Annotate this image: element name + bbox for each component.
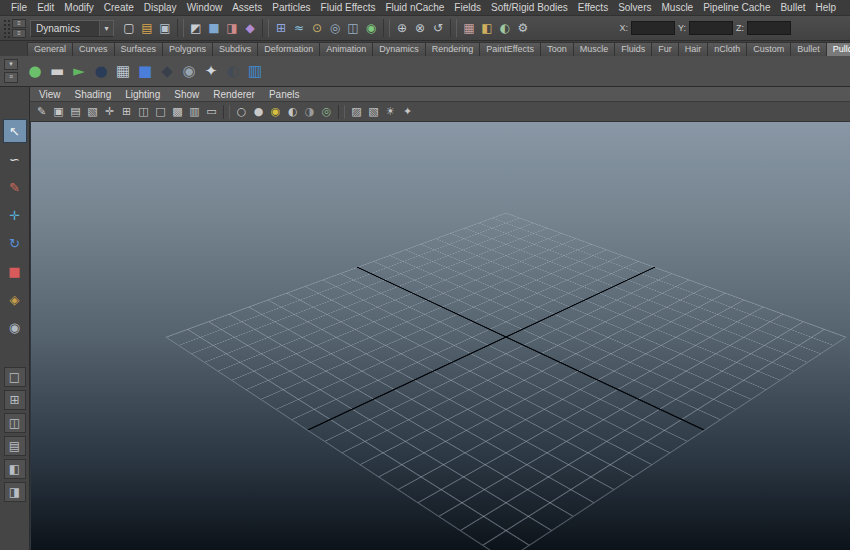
output-connections-icon[interactable]: ⊗ (411, 19, 429, 37)
panel-menu-item-panels[interactable]: Panels (262, 89, 307, 100)
shelf-tab-painteffects[interactable]: PaintEffects (479, 42, 541, 56)
viewport-canvas[interactable] (30, 122, 850, 550)
menu-item-file[interactable]: File (6, 2, 32, 13)
pdi-fracture-icon[interactable]: ◆ (156, 59, 178, 83)
isolate-select-icon[interactable]: ▨ (348, 104, 365, 120)
bookmark-icon[interactable]: ▤ (67, 104, 84, 120)
panel-menu-item-view[interactable]: View (32, 89, 68, 100)
pdi-play-icon[interactable]: ► (68, 59, 90, 83)
z-coordinate-input[interactable] (747, 21, 791, 35)
save-scene-icon[interactable]: ▣ (156, 19, 174, 37)
x-coordinate-input[interactable] (631, 21, 675, 35)
smooth-shade-icon[interactable]: ● (250, 104, 267, 120)
resolution-gate-icon[interactable]: □ (152, 104, 169, 120)
shelf-tab-muscle[interactable]: Muscle (573, 42, 616, 56)
shelf-tab-bullet[interactable]: Bullet (790, 42, 827, 56)
shelf-menu-button[interactable]: ≡ (4, 72, 18, 83)
snap-view-plane-icon[interactable]: ◫ (344, 19, 362, 37)
menu-set-dropdown[interactable]: Dynamics ▾ (30, 20, 114, 37)
film-gate-icon[interactable]: ◫ (135, 104, 152, 120)
use-all-lights-icon[interactable]: ◐ (284, 104, 301, 120)
menu-item-pipeline-cache[interactable]: Pipeline Cache (698, 2, 775, 13)
menu-item-muscle[interactable]: Muscle (657, 2, 699, 13)
shelf-tab-fur[interactable]: Fur (651, 42, 679, 56)
menu-item-modify[interactable]: Modify (59, 2, 98, 13)
shelf-tab-rendering[interactable]: Rendering (425, 42, 481, 56)
open-scene-icon[interactable]: ▤ (138, 19, 156, 37)
screen-space-ao-icon[interactable]: ◎ (318, 104, 335, 120)
menu-item-assets[interactable]: Assets (227, 2, 267, 13)
grease-pencil-icon[interactable]: ✎ (33, 104, 50, 120)
shelf-tab-deformation[interactable]: Deformation (257, 42, 320, 56)
layout-four-pane-button[interactable]: ⊞ (4, 390, 26, 410)
lasso-select-tool[interactable]: ∽ (3, 147, 27, 171)
safe-action-icon[interactable]: ▥ (186, 104, 203, 120)
menu-item-display[interactable]: Display (139, 2, 182, 13)
menu-item-bullet[interactable]: Bullet (775, 2, 810, 13)
snap-curve-icon[interactable]: ≈ (290, 19, 308, 37)
shelf-tab-subdivs[interactable]: Subdivs (212, 42, 258, 56)
textured-mode-icon[interactable]: ◉ (267, 104, 284, 120)
menu-item-window[interactable]: Window (182, 2, 228, 13)
construction-history-icon[interactable]: ↺ (429, 19, 447, 37)
ui-toggle-top-button[interactable]: ≡ (12, 19, 26, 28)
shelf-tab-surfaces[interactable]: Surfaces (114, 42, 164, 56)
pdi-roller-icon[interactable]: ▬ (46, 59, 68, 83)
panel-menu-item-shading[interactable]: Shading (68, 89, 119, 100)
menu-item-solvers[interactable]: Solvers (613, 2, 656, 13)
render-settings-icon[interactable]: ⚙ (514, 19, 532, 37)
shelf-tab-animation[interactable]: Animation (319, 42, 373, 56)
render-current-frame-icon[interactable]: ◧ (478, 19, 496, 37)
layout-three-pane-button[interactable]: ◧ (4, 459, 26, 479)
menu-item-help[interactable]: Help (810, 2, 841, 13)
select-object-icon[interactable]: ■ (205, 19, 223, 37)
pdi-blue-cube-icon[interactable]: ■ (134, 59, 156, 83)
shadows-icon[interactable]: ◑ (301, 104, 318, 120)
layout-two-pane-side-button[interactable]: ◫ (4, 413, 26, 433)
image-plane-icon[interactable]: ▧ (84, 104, 101, 120)
y-coordinate-input[interactable] (689, 21, 733, 35)
shelf-tab-custom[interactable]: Custom (746, 42, 791, 56)
shelf-tab-toon[interactable]: Toon (540, 42, 574, 56)
gate-mask-icon[interactable]: ▩ (169, 104, 186, 120)
shelf-tab-ncloth[interactable]: nCloth (707, 42, 747, 56)
shelf-tab-switch-button[interactable]: ▾ (4, 59, 18, 70)
panel-menu-item-lighting[interactable]: Lighting (118, 89, 167, 100)
pdi-stack-icon[interactable]: ▦ (112, 59, 134, 83)
layout-single-pane-button[interactable]: □ (4, 367, 26, 387)
menu-item-edit[interactable]: Edit (32, 2, 59, 13)
select-component-icon[interactable]: ◨ (223, 19, 241, 37)
menu-item-particles[interactable]: Particles (267, 2, 315, 13)
pdi-dark-sphere-icon[interactable]: ● (90, 59, 112, 83)
menu-item-fluid-ncache[interactable]: Fluid nCache (380, 2, 449, 13)
grid-toggle-icon[interactable]: ⊞ (118, 104, 135, 120)
pdi-tool-icon[interactable]: ✦ (200, 59, 222, 83)
select-mask-icon[interactable]: ◆ (241, 19, 259, 37)
shelf-tab-polygons[interactable]: Polygons (162, 42, 213, 56)
menu-item-create[interactable]: Create (99, 2, 139, 13)
shelf-tab-fluids[interactable]: Fluids (614, 42, 652, 56)
snap-point-icon[interactable]: ⊙ (308, 19, 326, 37)
safe-title-icon[interactable]: ▭ (203, 104, 220, 120)
share-icon[interactable]: ✦ (399, 104, 416, 120)
exposure-icon[interactable]: ☀ (382, 104, 399, 120)
snap-projected-center-icon[interactable]: ◎ (326, 19, 344, 37)
shelf-tab-general[interactable]: General (27, 42, 73, 56)
shelf-tab-curves[interactable]: Curves (72, 42, 115, 56)
pdi-dynamics-icon[interactable]: ▥ (244, 59, 266, 83)
pdi-orb-icon[interactable]: ◉ (178, 59, 200, 83)
menu-item-soft-rigid-bodies[interactable]: Soft/Rigid Bodies (486, 2, 573, 13)
open-render-view-icon[interactable]: ▦ (460, 19, 478, 37)
layout-two-pane-stacked-button[interactable]: ▤ (4, 436, 26, 456)
pdi-shatter-icon[interactable]: ● (24, 59, 46, 83)
move-tool[interactable]: ✛ (3, 203, 27, 227)
camera-attributes-icon[interactable]: ▣ (50, 104, 67, 120)
menu-item-fluid-effects[interactable]: Fluid Effects (316, 2, 381, 13)
shelf-tab-hair[interactable]: Hair (678, 42, 709, 56)
rotate-tool[interactable]: ↻ (3, 231, 27, 255)
statusline-grip[interactable] (3, 19, 10, 38)
panel-menu-item-show[interactable]: Show (167, 89, 206, 100)
menu-item-fields[interactable]: Fields (449, 2, 486, 13)
panel-menu-item-renderer[interactable]: Renderer (206, 89, 262, 100)
layout-outliner-persp-button[interactable]: ◨ (4, 482, 26, 502)
